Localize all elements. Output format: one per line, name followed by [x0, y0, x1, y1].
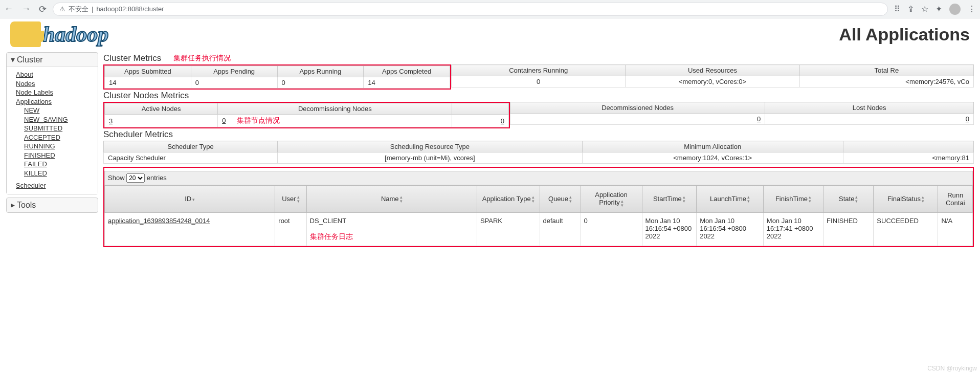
cluster-metrics-title: Cluster Metrics	[103, 53, 161, 63]
th-launch[interactable]: LaunchTime▴▾	[697, 186, 764, 213]
translate-icon[interactable]: ⠿	[894, 4, 900, 14]
url-text: hadoop02:8088/cluster	[96, 5, 164, 13]
td-apptype: SPARK	[477, 212, 540, 246]
sidebar-state-finished[interactable]: FINISHED	[24, 151, 93, 160]
td-running-containers: N/A	[938, 212, 973, 246]
nodes-metrics-title: Cluster Nodes Metrics	[103, 91, 974, 101]
th-lost-nodes: Lost Nodes	[765, 102, 974, 114]
collapse-icon: ▾	[11, 55, 15, 64]
lost-nodes-link[interactable]: 0	[966, 115, 969, 123]
scheduler-metrics-table: Scheduler Type Scheduling Resource Type …	[103, 141, 974, 164]
th-finalstatus[interactable]: FinalStatus▴▾	[874, 186, 938, 213]
th-apps-submitted: Apps Submitted	[105, 66, 191, 77]
hadoop-logo: hadoop	[10, 21, 108, 47]
forward-button[interactable]: →	[21, 4, 31, 15]
th-priority[interactable]: Application Priority▴▾	[581, 186, 642, 213]
address-bar[interactable]: ⚠ 不安全 | hadoop02:8088/cluster	[53, 3, 888, 16]
td-scheduler-type: Capacity Scheduler	[104, 152, 278, 164]
td-max-alloc: <memory:81	[843, 152, 973, 164]
sidebar-state-running[interactable]: RUNNING	[24, 142, 93, 151]
main-content: Cluster Metrics 集群任务执行情况 Apps Submitted …	[103, 52, 974, 247]
sidebar-state-killed[interactable]: KILLED	[24, 169, 93, 178]
th-id[interactable]: ID▾	[105, 186, 275, 213]
active-nodes-link[interactable]: 3	[109, 117, 113, 125]
sidebar-node-labels[interactable]: Node Labels	[16, 88, 93, 97]
th-apptype[interactable]: Application Type▴▾	[477, 186, 540, 213]
th-used-resources: Used Resources	[626, 65, 799, 76]
th-queue[interactable]: Queue▴▾	[540, 186, 581, 213]
sidebar-scheduler[interactable]: Scheduler	[16, 181, 93, 190]
reload-button[interactable]: ⟳	[39, 4, 47, 15]
th-state[interactable]: State▴▾	[823, 186, 874, 213]
extensions-icon[interactable]: ✦	[936, 4, 942, 14]
td-state: FINISHED	[823, 212, 874, 246]
back-button[interactable]: ←	[4, 4, 13, 15]
scheduler-metrics-title: Scheduler Metrics	[103, 129, 974, 140]
cluster-section-header[interactable]: ▾ Cluster	[7, 53, 98, 67]
application-id-link[interactable]: application_1639893854248_0014	[108, 217, 210, 225]
th-min-alloc: Minimum Allocation	[582, 141, 843, 152]
td-min-alloc: <memory:1024, vCores:1>	[582, 152, 843, 164]
insecure-label: 不安全	[69, 5, 88, 14]
sidebar-state-accepted[interactable]: ACCEPTED	[24, 133, 93, 142]
td-finalstatus: SUCCEEDED	[874, 212, 938, 246]
sidebar: ▾ Cluster About Nodes Node Labels Applic…	[6, 52, 98, 247]
tools-section-header[interactable]: ▸ Tools	[7, 198, 98, 212]
entries-select[interactable]: 20	[126, 173, 145, 183]
entries-control: Show 20 entries	[104, 171, 973, 185]
th-decommissioning-nodes: Decommissioning Nodes	[218, 103, 452, 115]
browser-toolbar: ← → ⟳ ⚠ 不安全 | hadoop02:8088/cluster ⠿ ⇪ …	[0, 0, 980, 18]
decommissioned-link[interactable]: 0	[757, 115, 761, 123]
decommissioning-link[interactable]: 0	[222, 117, 226, 124]
nodes-annotation: 集群节点情况	[237, 116, 280, 124]
sidebar-state-failed[interactable]: FAILED	[24, 160, 93, 169]
profile-avatar[interactable]	[949, 4, 961, 15]
td-apps-submitted: 14	[105, 77, 191, 89]
td-launch: Mon Jan 10 16:16:54 +0800 2022	[697, 212, 764, 246]
td-resource-type: [memory-mb (unit=Mi), vcores]	[278, 152, 582, 164]
bookmark-icon[interactable]: ☆	[921, 4, 928, 14]
apps-annotation: 集群任务日志	[310, 232, 353, 240]
th-name[interactable]: Name▴▾	[306, 186, 477, 213]
th-total-resources: Total Re	[799, 65, 973, 76]
th-running-containers[interactable]: Runn Contai	[938, 186, 973, 213]
cluster-metrics-table-right: Containers Running Used Resources Total …	[451, 64, 974, 87]
th-start[interactable]: StartTime▴▾	[642, 186, 697, 213]
menu-icon[interactable]: ⋮	[968, 4, 976, 14]
th-resource-type: Scheduling Resource Type	[278, 141, 582, 152]
applications-table: ID▾ User▴▾ Name▴▾ Application Type▴▾ Que…	[104, 185, 973, 246]
sidebar-state-new[interactable]: NEW	[24, 106, 93, 115]
th-finish[interactable]: FinishTime▴▾	[763, 186, 823, 213]
sidebar-state-new-saving[interactable]: NEW_SAVING	[24, 115, 93, 124]
td-total-resources: <memory:24576, vCo	[799, 76, 973, 87]
td-start: Mon Jan 10 16:16:54 +0800 2022	[642, 212, 697, 246]
page-title: All Applications	[839, 25, 970, 45]
sidebar-applications[interactable]: Applications	[16, 97, 93, 106]
th-apps-pending: Apps Pending	[191, 66, 277, 77]
cluster-metrics-table-left: Apps Submitted Apps Pending Apps Running…	[104, 65, 450, 89]
sidebar-state-submitted[interactable]: SUBMITTED	[24, 124, 93, 133]
td-user: root	[275, 212, 306, 246]
th-apps-running: Apps Running	[277, 66, 364, 77]
sidebar-nodes[interactable]: Nodes	[16, 79, 93, 89]
decommissioning2-link[interactable]: 0	[501, 117, 504, 125]
th-user[interactable]: User▴▾	[275, 186, 306, 213]
table-row: application_1639893854248_0014 root DS_C…	[105, 212, 973, 246]
td-apps-pending: 0	[191, 77, 277, 89]
th-scheduler-type: Scheduler Type	[104, 141, 278, 152]
td-queue: default	[540, 212, 581, 246]
share-icon[interactable]: ⇪	[907, 4, 914, 14]
td-apps-completed: 14	[364, 77, 450, 89]
th-active-nodes: Active Nodes	[105, 103, 218, 115]
nodes-metrics-table-right: Decommissioned Nodes Lost Nodes 0 0	[510, 102, 974, 125]
insecure-icon: ⚠	[59, 5, 65, 13]
cluster-metrics-annotation: 集群任务执行情况	[173, 54, 231, 63]
elephant-icon	[10, 21, 41, 47]
sidebar-about[interactable]: About	[16, 70, 93, 79]
expand-icon: ▸	[11, 200, 15, 210]
td-containers-running: 0	[452, 76, 626, 87]
nodes-metrics-table-left: Active Nodes Decommissioning Nodes 3 0 集…	[104, 103, 509, 127]
td-name: DS_CLIENT 集群任务日志	[306, 212, 477, 246]
td-finish: Mon Jan 10 16:17:41 +0800 2022	[763, 212, 823, 246]
th-decommissioned-nodes: Decommissioned Nodes	[510, 102, 765, 114]
